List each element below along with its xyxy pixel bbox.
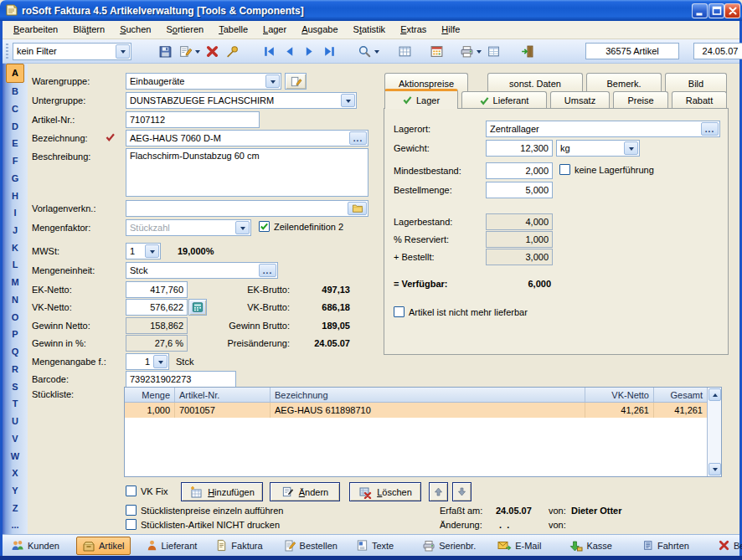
lagerort-input[interactable]: Zentrallager ...: [486, 121, 720, 137]
aendern-button[interactable]: Ändern: [270, 482, 340, 501]
alphabet-letter-G[interactable]: G: [3, 169, 28, 187]
gewicht-input[interactable]: 12,300: [486, 140, 553, 157]
vk-netto-input[interactable]: 576,622: [126, 299, 188, 316]
filter-combobox[interactable]: kein Filter: [13, 43, 131, 60]
mengeneinheit-more-button[interactable]: ...: [259, 264, 276, 277]
alphabet-letter-A[interactable]: A: [6, 64, 24, 83]
menu-lager[interactable]: Lager: [255, 21, 294, 39]
column-header-vk-netto[interactable]: VK-Netto: [585, 388, 654, 402]
alphabet-letter-...[interactable]: ...: [3, 516, 28, 534]
calendar-button[interactable]: [426, 41, 446, 61]
untergruppe-dropdown-button[interactable]: [341, 94, 355, 107]
table-view-button[interactable]: [394, 41, 415, 61]
first-record-button[interactable]: [259, 41, 279, 61]
tab-preise[interactable]: Preise: [613, 91, 668, 109]
bezeichnung-more-button[interactable]: ...: [349, 131, 367, 145]
move-down-button[interactable]: [452, 482, 471, 501]
gewicht-unit-combobox[interactable]: kg: [556, 140, 640, 157]
alphabet-letter-D[interactable]: D: [3, 117, 28, 135]
column-header-artikel-nr[interactable]: Artikel-Nr.: [175, 388, 271, 402]
alphabet-letter-I[interactable]: I: [3, 204, 28, 222]
nav-kunden[interactable]: Kunden: [6, 537, 64, 554]
alphabet-letter-K[interactable]: K: [3, 239, 28, 256]
tab-rabatt[interactable]: Rabatt: [672, 91, 727, 109]
print-dropdown-arrow-icon[interactable]: [477, 50, 482, 56]
warengruppe-combobox[interactable]: Einbaugeräte: [126, 73, 281, 90]
alphabet-letter-T[interactable]: T: [3, 395, 28, 413]
vorlagenverkn-input[interactable]: [126, 200, 368, 217]
nav-texte[interactable]: Texte: [351, 537, 399, 553]
ek-netto-input[interactable]: 417,760: [126, 281, 188, 298]
alphabet-letter-P[interactable]: P: [3, 326, 28, 343]
vk-fix-checkbox[interactable]: VK Fix: [126, 486, 167, 496]
scroll-down-button[interactable]: [709, 463, 721, 475]
alphabet-letter-N[interactable]: N: [3, 291, 28, 309]
next-record-button[interactable]: [299, 41, 319, 61]
barcode-input[interactable]: 739231902273: [126, 371, 236, 388]
previous-record-button[interactable]: [279, 41, 299, 61]
minimize-button[interactable]: [692, 3, 708, 18]
table-vertical-scrollbar[interactable]: [707, 388, 721, 476]
alphabet-letter-Z[interactable]: Z: [3, 499, 28, 516]
gewicht-unit-dropdown-button[interactable]: [624, 141, 638, 155]
column-header-menge[interactable]: Menge: [125, 388, 175, 402]
hinzufuegen-button[interactable]: Hinzufügen: [181, 482, 263, 501]
mengenfaktor-dropdown-button[interactable]: [235, 221, 250, 234]
warengruppe-edit-button[interactable]: [285, 73, 307, 90]
alphabet-letter-H[interactable]: H: [3, 187, 28, 204]
nav-email[interactable]: E-Mail: [492, 537, 546, 553]
alphabet-letter-Y[interactable]: Y: [3, 482, 28, 500]
nav-fahrten[interactable]: Fahrten: [637, 537, 694, 553]
alphabet-letter-M[interactable]: M: [3, 274, 28, 291]
alphabet-letter-U[interactable]: U: [3, 413, 28, 430]
exit-button[interactable]: [517, 41, 537, 61]
nav-kasse[interactable]: Kasse: [564, 537, 617, 554]
last-record-button[interactable]: [319, 41, 339, 61]
artikel-nr-input[interactable]: 7107112: [126, 111, 260, 128]
alphabet-letter-X[interactable]: X: [3, 465, 28, 482]
close-button[interactable]: [724, 3, 740, 18]
vk-netto-calculator-button[interactable]: [188, 299, 207, 316]
alphabet-letter-V[interactable]: V: [3, 429, 28, 447]
alphabet-letter-O[interactable]: O: [3, 308, 28, 326]
mwst-combobox[interactable]: 1: [126, 243, 161, 259]
alphabet-letter-L[interactable]: L: [3, 256, 28, 274]
alphabet-letter-W[interactable]: W: [3, 447, 28, 465]
tab-umsatz[interactable]: Umsatz: [550, 91, 610, 109]
save-button[interactable]: [155, 41, 175, 61]
bezeichnung-input[interactable]: AEG-HAUS 7060 D-M ...: [126, 130, 368, 146]
menu-extras[interactable]: Extras: [393, 21, 434, 39]
move-up-button[interactable]: [429, 482, 448, 501]
column-header-bezeichnung[interactable]: Bezeichnung: [271, 388, 585, 402]
mwst-dropdown-button[interactable]: [145, 244, 159, 258]
menu-hilfe[interactable]: Hilfe: [434, 21, 467, 39]
search-dropdown-arrow-icon[interactable]: [374, 50, 379, 56]
untergruppe-combobox[interactable]: DUNSTABZUEGE FLACHSCHIRM: [126, 92, 357, 109]
warengruppe-dropdown-button[interactable]: [265, 74, 280, 88]
beschreibung-textarea[interactable]: Flachschirm-Dunstabzug 60 cm: [126, 148, 368, 197]
menu-ausgabe[interactable]: Ausgabe: [294, 21, 345, 39]
scroll-up-button[interactable]: [709, 388, 721, 401]
tab-bemerk[interactable]: Bemerk.: [586, 73, 662, 93]
vorlagenverkn-browse-button[interactable]: [348, 202, 367, 215]
mengenangabe-dropdown-button[interactable]: [153, 355, 167, 368]
nav-bestellen[interactable]: Bestellen: [278, 537, 343, 554]
tab-lieferant[interactable]: Lieferant: [461, 91, 547, 109]
einzeln-auffuehren-checkbox[interactable]: Stücklistenpreise einzeln aufführen: [126, 505, 283, 516]
nav-beenden[interactable]: Beenden: [713, 537, 742, 553]
alphabet-letter-E[interactable]: E: [3, 135, 28, 152]
lagerort-more-button[interactable]: ...: [701, 122, 719, 136]
edit-button[interactable]: [175, 41, 195, 61]
maximize-button[interactable]: [709, 3, 724, 18]
toolbar-grip[interactable]: [6, 44, 8, 59]
filter-dropdown-button[interactable]: [116, 44, 130, 59]
alphabet-letter-F[interactable]: F: [3, 152, 28, 170]
delete-button[interactable]: [202, 41, 222, 61]
mindestbestand-input[interactable]: 2,000: [486, 162, 553, 179]
tab-sonst-daten[interactable]: sonst. Daten: [487, 73, 583, 93]
nicht-drucken-checkbox[interactable]: Stücklisten-Artikel NICHT drucken: [126, 519, 280, 530]
mengenangabe-combobox[interactable]: 1: [126, 353, 169, 370]
menu-blaettern[interactable]: Blättern: [65, 21, 112, 39]
menu-tabelle[interactable]: Tabelle: [211, 21, 255, 39]
menu-bearbeiten[interactable]: Bearbeiten: [6, 21, 65, 39]
